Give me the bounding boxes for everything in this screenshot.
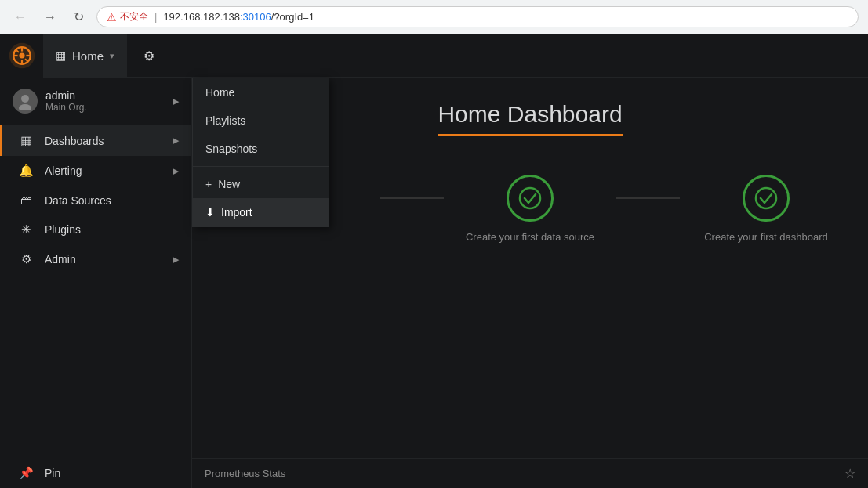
user-info: admin Main Org. [45, 89, 173, 113]
submenu-item-snapshots[interactable]: Snapshots [193, 135, 329, 163]
top-nav: ▦ Home ▾ ⚙ [0, 34, 868, 78]
sidebar-item-alerting[interactable]: 🔔 Alerting ▶ [0, 156, 191, 186]
svg-point-10 [19, 104, 31, 110]
home-menu-button[interactable]: ▦ Home ▾ [43, 34, 127, 78]
reload-button[interactable]: ↻ [69, 6, 89, 27]
step-dashboard: Create your first dashboard [680, 175, 852, 243]
import-download-icon: ⬇ [205, 206, 215, 219]
submenu-item-new[interactable]: + New [193, 170, 329, 198]
avatar [13, 89, 38, 114]
submenu-item-home[interactable]: Home [193, 78, 329, 107]
admin-label: Admin [45, 253, 173, 266]
sidebar-item-admin[interactable]: ⚙ Admin ▶ [0, 244, 191, 274]
plugins-icon: ✳ [15, 222, 37, 237]
submenu-playlists-label: Playlists [205, 114, 245, 127]
sidebar-item-datasources[interactable]: 🗃 Data Sources [0, 186, 191, 215]
sidebar-bottom: 📌 Pin [0, 458, 191, 488]
pin-icon: 📌 [15, 466, 37, 480]
gear-icon: ⚙ [143, 49, 154, 63]
user-org: Main Org. [45, 102, 173, 113]
submenu-dropdown: Home Playlists Snapshots + New ⬇ Import [192, 78, 329, 227]
main-layout: admin Main Org. ▶ ▦ Dashboards ▶ 🔔 Alert… [0, 78, 868, 488]
home-grid-icon: ▦ [56, 49, 66, 62]
forward-button[interactable]: → [39, 7, 61, 27]
step-datasource-label: Create your first data source [466, 231, 594, 243]
pin-label: Pin [45, 467, 179, 479]
address-bar[interactable]: ⚠ 不安全 | 192.168.182.138:30106/?orgId=1 [96, 6, 859, 27]
plugins-label: Plugins [45, 223, 179, 236]
svg-point-12 [520, 188, 540, 208]
back-button[interactable]: ← [9, 7, 31, 27]
settings-button[interactable]: ⚙ [133, 40, 165, 71]
dashboards-arrow-icon: ▶ [173, 136, 179, 146]
step-dashboard-label: Create your first dashboard [704, 231, 828, 243]
star-icon[interactable]: ☆ [844, 466, 855, 481]
step-datasource: Create your first data source [444, 175, 616, 243]
dashboards-icon: ▦ [15, 133, 37, 148]
new-plus-icon: + [205, 178, 212, 190]
home-label: Home [72, 49, 104, 63]
url-host: 192.168.182.138:30106/?orgId=1 [163, 11, 314, 23]
svg-point-13 [756, 188, 776, 208]
security-warning: ⚠ 不安全 [107, 10, 148, 23]
home-arrow-icon: ▾ [110, 51, 114, 61]
submenu-item-playlists[interactable]: Playlists [193, 107, 329, 135]
step-line-1 [380, 197, 444, 199]
expand-arrow-icon: ▶ [173, 96, 179, 107]
step-line-2 [616, 197, 680, 199]
alerting-icon: 🔔 [15, 164, 37, 178]
svg-point-9 [21, 95, 29, 103]
submenu-home-label: Home [205, 86, 234, 99]
sidebar-item-dashboards[interactable]: ▦ Dashboards ▶ [0, 125, 191, 156]
submenu-import-label: Import [221, 206, 252, 219]
user-name: admin [45, 89, 173, 102]
bottom-bar-text: Prometheus Stats [205, 468, 285, 479]
sidebar: admin Main Org. ▶ ▦ Dashboards ▶ 🔔 Alert… [0, 78, 192, 488]
alerting-label: Alerting [45, 164, 173, 177]
submenu-item-import[interactable]: ⬇ Import [193, 198, 329, 226]
url-separator: | [154, 11, 157, 23]
user-section[interactable]: admin Main Org. ▶ [0, 78, 191, 125]
sidebar-item-plugins[interactable]: ✳ Plugins [0, 215, 191, 244]
bottom-bar: Prometheus Stats ☆ [192, 458, 868, 488]
admin-arrow-icon: ▶ [173, 255, 179, 265]
browser-bar: ← → ↻ ⚠ 不安全 | 192.168.182.138:30106/?org… [0, 0, 868, 34]
page-title: Home Dashboard [438, 101, 622, 136]
dashboards-label: Dashboards [45, 135, 173, 147]
alerting-arrow-icon: ▶ [173, 166, 179, 176]
warning-icon: ⚠ [107, 11, 117, 23]
step-datasource-icon [507, 175, 554, 222]
svg-point-2 [19, 52, 24, 58]
app-container: ▦ Home ▾ ⚙ admin Main Org. [0, 34, 868, 488]
submenu-snapshots-label: Snapshots [205, 143, 257, 155]
admin-icon: ⚙ [15, 252, 37, 266]
sidebar-item-pin[interactable]: 📌 Pin [0, 458, 191, 488]
logo-area[interactable] [0, 34, 43, 78]
submenu-divider [193, 166, 329, 167]
datasources-icon: 🗃 [15, 193, 37, 207]
security-text: 不安全 [120, 10, 148, 23]
submenu-new-label: New [218, 178, 240, 190]
step-dashboard-icon [743, 175, 790, 222]
datasources-label: Data Sources [45, 194, 179, 207]
